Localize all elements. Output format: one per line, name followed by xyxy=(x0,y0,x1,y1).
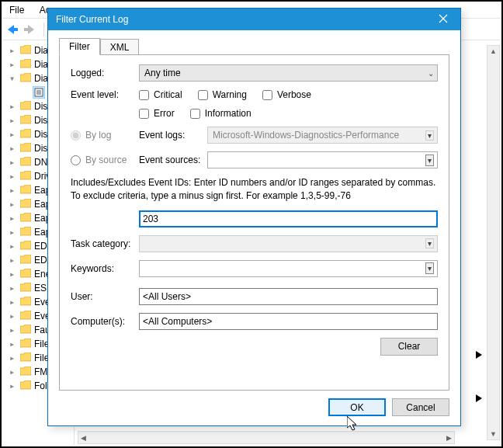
computers-input[interactable] xyxy=(139,313,438,330)
log-icon xyxy=(33,86,45,99)
tree-item-label: Dia xyxy=(34,73,48,84)
folder-icon xyxy=(20,213,34,224)
menu-file[interactable]: File xyxy=(3,2,30,19)
svg-rect-3 xyxy=(24,28,29,31)
folder-icon xyxy=(20,311,34,322)
close-icon xyxy=(439,14,448,26)
cancel-button[interactable]: Cancel xyxy=(392,398,449,416)
svg-marker-2 xyxy=(28,25,34,34)
chevron-down-icon: ▾ xyxy=(425,130,434,141)
svg-marker-8 xyxy=(476,351,482,359)
folder-icon xyxy=(20,255,34,266)
chevron-down-icon: ▾ xyxy=(425,262,434,274)
checkbox-critical[interactable]: Critical xyxy=(139,89,182,100)
folder-icon xyxy=(20,73,34,85)
folder-icon xyxy=(20,143,34,155)
logged-value: Any time xyxy=(144,68,181,78)
folder-icon xyxy=(20,45,34,57)
event-sources-dropdown[interactable]: ▾ xyxy=(207,151,438,168)
checkbox-warning[interactable]: Warning xyxy=(198,89,247,100)
tab-filter[interactable]: Filter xyxy=(59,38,100,55)
scroll-left-icon[interactable]: ◀ xyxy=(81,434,86,442)
toolbar-divider xyxy=(43,23,44,36)
folder-icon xyxy=(20,241,34,252)
keywords-label: Keywords: xyxy=(71,263,139,274)
logged-label: Logged: xyxy=(71,68,139,78)
dialog-body: Filter XML Logged: Any time ⌄ Event leve… xyxy=(48,30,460,425)
checkbox-error[interactable]: Error xyxy=(139,108,175,119)
nav-forward-icon[interactable] xyxy=(23,23,39,36)
folder-icon xyxy=(20,101,34,113)
user-input[interactable] xyxy=(139,288,438,305)
event-sources-label: Event sources: xyxy=(139,155,207,165)
close-button[interactable] xyxy=(426,9,460,30)
dialog-button-row: OK Cancel xyxy=(59,398,449,416)
tree-item-label: Fol xyxy=(34,380,47,391)
overflow-chevron-icon[interactable] xyxy=(474,349,484,360)
task-category-dropdown: ▾ xyxy=(139,235,438,252)
keywords-dropdown[interactable]: ▾ xyxy=(139,260,438,277)
event-id-input[interactable] xyxy=(139,210,438,227)
folder-icon xyxy=(20,59,34,71)
chevron-down-icon: ⌄ xyxy=(428,69,434,78)
event-logs-value: Microsoft-Windows-Diagnostics-Performanc… xyxy=(213,130,399,141)
clear-button[interactable]: Clear xyxy=(380,338,438,356)
task-category-label: Task category: xyxy=(71,238,139,249)
logged-dropdown[interactable]: Any time ⌄ xyxy=(139,64,438,82)
horizontal-scrollbar[interactable]: ◀ ▶ xyxy=(78,431,455,444)
svg-marker-0 xyxy=(8,25,14,34)
checkbox-information[interactable]: Information xyxy=(190,108,252,119)
event-logs-dropdown: Microsoft-Windows-Diagnostics-Performanc… xyxy=(207,127,438,144)
event-viewer-window: File Ac ▸Dia▸Dia▾Dia ▸Disk▸Disk▸Disk▸Dis… xyxy=(0,0,503,448)
event-id-instructions: Includes/Excludes Event IDs: Enter ID nu… xyxy=(71,176,438,203)
event-level-label: Event level: xyxy=(71,89,139,100)
checkbox-verbose[interactable]: Verbose xyxy=(262,89,311,100)
tab-pane-filter: Logged: Any time ⌄ Event level: Critical… xyxy=(59,54,449,391)
overflow-chevron-icon[interactable] xyxy=(474,393,484,404)
folder-icon xyxy=(20,157,34,168)
folder-icon xyxy=(20,115,34,127)
scroll-down-icon[interactable]: ▼ xyxy=(490,430,497,438)
tree-item-label: Dia xyxy=(34,45,48,56)
event-logs-label: Event logs: xyxy=(139,130,207,141)
tree-item-label: Dia xyxy=(34,59,48,70)
svg-marker-9 xyxy=(476,394,482,402)
folder-icon xyxy=(20,227,34,238)
folder-icon xyxy=(20,171,34,182)
dialog-titlebar: Filter Current Log xyxy=(48,9,460,30)
folder-icon xyxy=(20,352,34,364)
radio-by-log: By log xyxy=(71,130,139,141)
dialog-title: Filter Current Log xyxy=(56,14,128,25)
folder-icon xyxy=(20,297,34,308)
tabstrip: Filter XML xyxy=(59,36,449,55)
folder-icon xyxy=(20,366,34,378)
scroll-right-icon[interactable]: ▶ xyxy=(446,434,452,442)
filter-current-log-dialog: Filter Current Log Filter XML Logged: An… xyxy=(47,8,461,426)
folder-icon xyxy=(20,339,34,350)
folder-icon xyxy=(20,129,34,141)
radio-by-source[interactable]: By source xyxy=(71,155,139,165)
chevron-down-icon: ▾ xyxy=(425,155,434,166)
chevron-down-icon: ▾ xyxy=(425,238,434,248)
tab-xml[interactable]: XML xyxy=(100,39,140,55)
folder-icon xyxy=(20,199,34,210)
folder-icon xyxy=(20,269,34,280)
computers-label: Computer(s): xyxy=(71,316,139,327)
scroll-up-icon[interactable]: ▲ xyxy=(490,47,497,55)
user-label: User: xyxy=(71,291,139,302)
folder-icon xyxy=(20,325,34,336)
folder-icon xyxy=(20,380,34,392)
ok-button[interactable]: OK xyxy=(328,398,386,416)
svg-rect-1 xyxy=(13,28,18,31)
folder-icon xyxy=(20,283,34,294)
vertical-scrollbar[interactable]: ▲ ▼ xyxy=(487,45,500,440)
folder-icon xyxy=(20,185,34,196)
nav-back-icon[interactable] xyxy=(5,23,20,36)
